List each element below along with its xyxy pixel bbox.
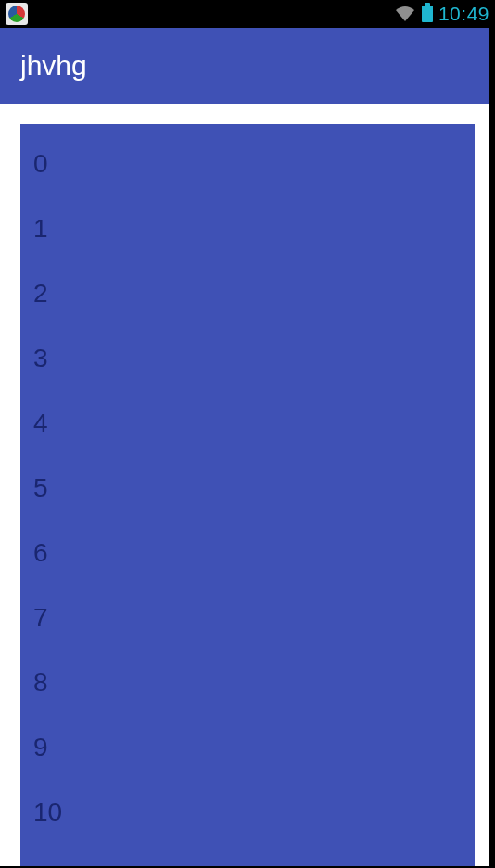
app-title: jhvhg: [20, 50, 87, 82]
list-item[interactable]: 3: [33, 326, 475, 391]
list-item[interactable]: 9: [33, 715, 475, 780]
clock: 10:49: [438, 3, 489, 25]
app-tray-icon: [6, 3, 28, 25]
list-item[interactable]: 4: [33, 391, 475, 456]
app-bar: jhvhg: [0, 28, 495, 104]
list-item[interactable]: 2: [33, 261, 475, 326]
battery-icon: [422, 6, 433, 22]
right-border: [489, 28, 495, 868]
list-item[interactable]: 10: [33, 780, 475, 845]
status-left: [6, 3, 28, 25]
list-container[interactable]: 0 1 2 3 4 5 6 7 8 9 10: [20, 124, 475, 868]
list-item[interactable]: 7: [33, 585, 475, 650]
list-item[interactable]: 1: [33, 196, 475, 261]
status-right: 10:49: [394, 3, 489, 25]
list-item[interactable]: 0: [33, 132, 475, 196]
list-item[interactable]: 6: [33, 521, 475, 585]
list-item[interactable]: 5: [33, 456, 475, 521]
wifi-icon: [394, 5, 416, 23]
list-item[interactable]: 8: [33, 650, 475, 715]
content-area: 0 1 2 3 4 5 6 7 8 9 10: [0, 104, 495, 868]
status-bar: 10:49: [0, 0, 495, 28]
